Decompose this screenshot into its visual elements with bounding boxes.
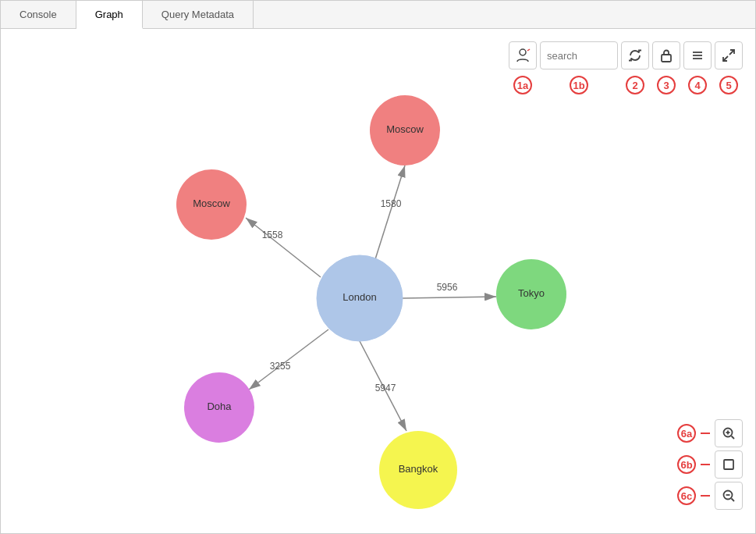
svg-line-1 — [375, 166, 405, 259]
node-london[interactable] — [317, 255, 403, 341]
annotation-4: 4 — [688, 76, 707, 94]
expand-button[interactable] — [715, 41, 743, 69]
svg-line-3 — [403, 297, 496, 298]
annotation-1a: 1a — [513, 76, 532, 94]
annotation-6b: 6b — [677, 455, 696, 474]
node-tokyo[interactable] — [496, 259, 566, 329]
svg-rect-18 — [724, 460, 733, 469]
graph-svg: 1580 1558 5956 3255 5947 London Moscow M… — [1, 29, 755, 533]
search-input[interactable] — [540, 41, 618, 69]
svg-line-15 — [732, 436, 735, 440]
zoom-fit-button[interactable] — [715, 450, 743, 479]
node-doha[interactable] — [184, 372, 254, 443]
svg-line-13 — [723, 56, 728, 61]
graph-area: 1580 1558 5956 3255 5947 London Moscow M… — [1, 29, 755, 533]
annotation-5: 5 — [719, 76, 738, 94]
edge-label-london-bangkok: 5947 — [375, 383, 396, 393]
person-icon-button[interactable] — [509, 41, 537, 69]
tab-graph[interactable]: Graph — [76, 1, 143, 29]
annotation-1b: 1b — [570, 76, 588, 94]
lock-button[interactable] — [652, 41, 680, 69]
svg-line-2 — [246, 218, 321, 277]
node-moscow-left[interactable] — [176, 169, 247, 240]
list-button[interactable] — [683, 41, 712, 69]
zoom-out-button[interactable] — [715, 482, 743, 510]
edge-label-london-moscow2: 1558 — [262, 230, 283, 240]
node-bangkok[interactable] — [379, 431, 457, 509]
svg-line-4 — [249, 329, 328, 390]
zoom-in-button[interactable] — [715, 419, 743, 447]
tab-bar: Console Graph Query Metadata — [1, 1, 755, 29]
svg-line-7 — [527, 49, 530, 51]
tab-query-metadata[interactable]: Query Metadata — [143, 1, 254, 28]
annotation-2: 2 — [626, 76, 644, 94]
node-moscow-top[interactable] — [370, 95, 440, 166]
edge-label-london-moscow1: 1580 — [381, 198, 402, 209]
zoom-controls: 6a 6b — [677, 419, 743, 510]
svg-rect-8 — [662, 55, 671, 62]
svg-point-6 — [520, 49, 526, 55]
app-container: Console Graph Query Metadata 1580 1558 — [0, 0, 756, 534]
annotation-6c: 6c — [677, 486, 696, 505]
edge-label-london-doha: 3255 — [270, 361, 291, 372]
svg-line-12 — [729, 50, 734, 55]
tab-console[interactable]: Console — [1, 1, 76, 28]
refresh-button[interactable] — [621, 41, 649, 69]
annotation-6a: 6a — [677, 424, 696, 443]
edge-label-london-tokyo: 5956 — [437, 282, 458, 293]
toolbar: 1a 1b 2 — [509, 41, 743, 69]
annotation-3: 3 — [657, 76, 676, 94]
svg-line-20 — [732, 499, 735, 502]
